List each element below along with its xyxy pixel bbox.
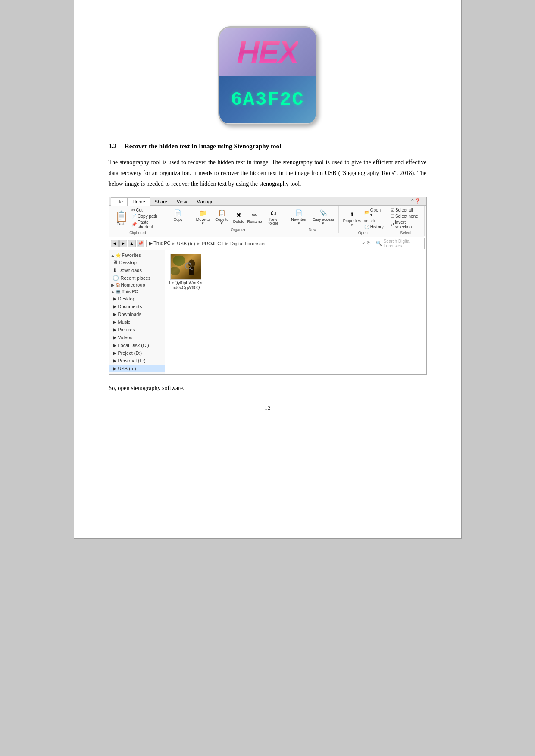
downloads-label: Downloads — [119, 268, 142, 273]
sidebar-item-documents[interactable]: ▶ Documents — [109, 303, 165, 310]
sidebar-item-desktop[interactable]: 🖥 Desktop — [109, 259, 165, 266]
sidebar-item-music[interactable]: ▶ Music — [109, 318, 165, 326]
edit-label: Edit — [369, 219, 376, 223]
select-small-buttons: ☑ Select all ☐ Select none ⇄ Invert sele… — [390, 207, 422, 230]
thispc-label: This PC — [122, 289, 138, 294]
hex-top-section: HEX — [219, 28, 316, 76]
easy-access-button[interactable]: 📎 Easy access ▾ — [310, 207, 336, 227]
invert-selection-button[interactable]: ⇄ Invert selection — [390, 219, 422, 230]
tab-file[interactable]: File — [111, 197, 128, 206]
open-button[interactable]: 📂 Open ▾ — [363, 207, 385, 218]
usb-icon: ▶ — [113, 366, 116, 372]
paste-label: Paste — [116, 222, 126, 226]
favorites-label: Favorites — [122, 253, 141, 258]
tab-manage[interactable]: Manage — [192, 197, 219, 206]
personal-e-icon: ▶ — [113, 358, 116, 364]
new-folder-icon: 🗂 — [269, 208, 278, 218]
delete-button[interactable]: ✖ Delete — [232, 209, 246, 225]
invert-label: Invert selection — [395, 220, 421, 229]
select-group: ☑ Select all ☐ Select none ⇄ Invert sele… — [387, 206, 425, 236]
copy-path-button[interactable]: 📄 Copy path — [131, 213, 162, 219]
refresh-button[interactable]: ✓ ↻ — [362, 241, 371, 246]
ribbon-content: 📋 Paste ✂ Cut 📄 Copy path — [109, 206, 426, 237]
select-none-button[interactable]: ☐ Select none — [390, 213, 422, 219]
recent-icon: 🕐 — [113, 275, 119, 281]
file-label: 1.dQyf0pFWmSxrmd0cOgW60Q — [169, 281, 203, 290]
documents-icon: ▶ — [113, 303, 116, 309]
new-item-label: New item ▾ — [291, 218, 308, 226]
sidebar-item-pictures[interactable]: ▶ Pictures — [109, 326, 165, 334]
paste-button[interactable]: 📋 Paste — [113, 210, 130, 227]
clipboard-group: 📋 Paste ✂ Cut 📄 Copy path — [111, 206, 166, 236]
copy-group: 📄 Copy — [165, 206, 191, 224]
history-button[interactable]: 🕐 History — [363, 224, 385, 230]
sidebar-item-videos[interactable]: ▶ Videos — [109, 334, 165, 341]
select-all-button[interactable]: ☑ Select all — [390, 207, 422, 213]
svg-point-6 — [172, 255, 185, 265]
search-placeholder: Search Digital Forensics — [384, 239, 422, 248]
conclusion-text: So, open stenography software. — [109, 385, 427, 392]
history-icon: 🕐 — [364, 225, 369, 229]
homegroup-icon: 🏠 — [115, 283, 120, 287]
ribbon-tabs: File Home Share View Manage ^ ❓ — [109, 197, 426, 206]
homegroup-header[interactable]: ▶ 🏠 Homegroup — [109, 282, 165, 288]
cut-button[interactable]: ✂ Cut — [131, 207, 162, 213]
new-group: 📄 New item ▾ 📎 Easy access ▾ New — [286, 206, 339, 233]
paste-shortcut-label: Paste shortcut — [138, 220, 161, 229]
up-button[interactable]: ▲ — [128, 240, 136, 247]
sidebar-item-local-disk[interactable]: ▶ Local Disk (C:) — [109, 341, 165, 349]
cut-label: Cut — [136, 208, 143, 212]
sidebar-item-usb[interactable]: ▶ USB (b:) — [109, 365, 165, 372]
sidebar-item-recent[interactable]: 🕐 Recent places — [109, 274, 165, 282]
section-heading: 3.2 Recover the hidden text in Image usi… — [109, 143, 427, 150]
delete-icon: ✖ — [234, 210, 244, 220]
move-to-button[interactable]: 📁 Move to ▾ — [194, 207, 212, 227]
copy-to-button[interactable]: 📋 Copy to ▾ — [213, 207, 231, 227]
address-path[interactable]: ▶ This PC ▶ USB (b:) ▶ PROJECT ▶ Digital… — [146, 240, 360, 247]
file-explorer: File Home Share View Manage ^ ❓ 📋 Paste — [109, 197, 427, 375]
sidebar-item-project-d[interactable]: ▶ Project (D:) — [109, 349, 165, 357]
favorites-header[interactable]: ▲ ⭐ Favorites — [109, 252, 165, 259]
edit-button[interactable]: ✏ Edit — [363, 218, 385, 224]
page-number: 12 — [109, 405, 427, 412]
new-item-button[interactable]: 📄 New item ▾ — [289, 207, 310, 227]
thispc-expand-icon: ▲ — [111, 289, 115, 294]
back-button[interactable]: ◀ — [111, 240, 119, 247]
copy-path-icon: 📄 — [131, 214, 137, 219]
tab-share[interactable]: Share — [150, 197, 172, 206]
path-chevron-1: ▶ — [172, 241, 175, 246]
sidebar-item-desktop2[interactable]: ▶ Desktop — [109, 295, 165, 303]
thispc-header[interactable]: ▲ 💻 This PC — [109, 288, 165, 295]
organize-label: Organize — [231, 228, 247, 232]
recent-label: Recent places — [121, 275, 151, 281]
search-icon: 🔍 — [376, 241, 382, 246]
quick-access-button[interactable]: 📌 — [137, 240, 144, 247]
sidebar-item-personal-e[interactable]: ▶ Personal (E:) — [109, 357, 165, 365]
path-segment-2: USB (b:) — [177, 241, 195, 246]
search-box[interactable]: 🔍 Search Digital Forensics — [373, 238, 425, 249]
select-all-icon: ☑ — [391, 208, 394, 212]
sidebar-item-downloads2[interactable]: ▶ Downloads — [109, 310, 165, 318]
file-item[interactable]: 1.dQyf0pFWmSxrmd0cOgW60Q — [169, 254, 203, 290]
forward-button[interactable]: ▶ — [119, 240, 127, 247]
path-segment-3: PROJECT — [202, 241, 224, 246]
tab-home[interactable]: Home — [128, 197, 150, 206]
copy-label: Copy — [173, 218, 182, 222]
rename-button[interactable]: ✏ Rename — [247, 209, 263, 225]
project-d-label: Project (D:) — [118, 350, 142, 356]
edit-icon: ✏ — [364, 219, 368, 223]
sidebar: ▲ ⭐ Favorites 🖥 Desktop ⬇ Downloads 🕐 Re… — [109, 250, 165, 374]
new-folder-button[interactable]: 🗂 New folder — [263, 207, 283, 227]
hex-app-icon: HEX 6A3F2C — [218, 26, 317, 125]
properties-button[interactable]: ℹ Properties ▾ — [341, 209, 363, 228]
favorites-icon: ⭐ — [116, 253, 121, 258]
copy-button[interactable]: 📄 Copy — [171, 207, 185, 223]
sidebar-item-downloads[interactable]: ⬇ Downloads — [109, 266, 165, 274]
section-number: 3.2 — [109, 143, 117, 150]
paste-shortcut-button[interactable]: 📌 Paste shortcut — [131, 219, 162, 230]
videos-label: Videos — [118, 335, 132, 340]
open-buttons: ℹ Properties ▾ 📂 Open ▾ ✏ Edit — [341, 207, 385, 230]
document-page: HEX 6A3F2C 3.2 Recover the hidden text i… — [74, 0, 462, 539]
window-controls: ^ ❓ — [408, 197, 424, 205]
tab-view[interactable]: View — [172, 197, 192, 206]
